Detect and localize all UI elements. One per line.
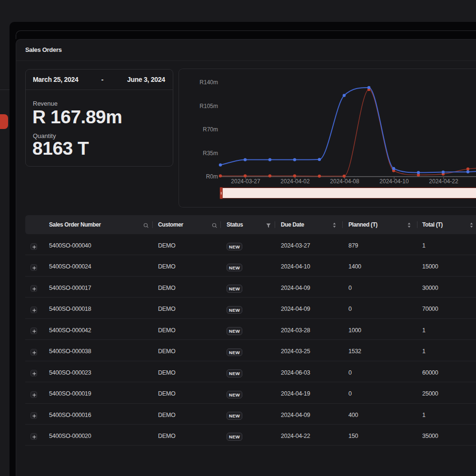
svg-text:R0m: R0m — [206, 173, 218, 180]
svg-text:R105m: R105m — [199, 103, 218, 109]
svg-text:R140m: R140m — [199, 79, 218, 86]
svg-text:R70m: R70m — [203, 126, 218, 133]
svg-text:R35m: R35m — [203, 150, 218, 157]
